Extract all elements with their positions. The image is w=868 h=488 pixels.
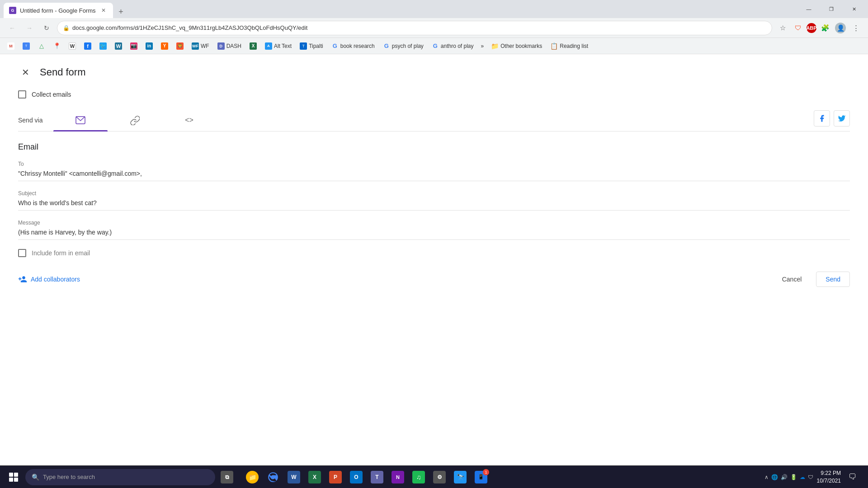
bookmark-anthro-play[interactable]: G anthro of play	[428, 41, 477, 52]
word-icon: W	[288, 471, 300, 483]
taskbar-outlook[interactable]: O	[346, 467, 366, 487]
volume-icon[interactable]: 🔊	[781, 474, 788, 480]
twitter-icon: 🐦	[99, 42, 107, 50]
notification-center-button[interactable]: 🗨	[844, 469, 861, 485]
bookmark-yc[interactable]: Y	[157, 41, 172, 52]
bookmark-gmail[interactable]: M	[4, 41, 18, 52]
outlook-icon: O	[350, 471, 363, 483]
chrome-icon	[267, 471, 279, 483]
bookmark-twitter[interactable]: 🐦	[96, 41, 110, 52]
bookmark-drive[interactable]: △	[34, 41, 49, 52]
extension-brave-icon[interactable]: 🛡	[791, 21, 805, 35]
onedrive-icon: ☁	[800, 474, 805, 480]
brave-icon: 🦁	[176, 42, 184, 50]
bookmark-psych-play[interactable]: G psych of play	[379, 41, 427, 52]
bookmark-dash[interactable]: D DASH	[214, 41, 245, 52]
bookmark-tipalti[interactable]: T Tipalti	[296, 41, 327, 52]
other-bookmarks-folder[interactable]: 📁 Other bookmarks	[487, 41, 546, 52]
extensions-button[interactable]: 🧩	[818, 21, 832, 35]
taskbar-chrome[interactable]	[263, 467, 283, 487]
bookmark-dash-label: DASH	[226, 43, 241, 49]
taskbar-badge-app[interactable]: 📱 1	[471, 467, 491, 487]
send-tab-email[interactable]	[53, 109, 108, 131]
bookmark-wordpress[interactable]: W	[111, 41, 126, 52]
google-icon-1: G	[331, 42, 339, 50]
more-bookmarks-button[interactable]: »	[478, 41, 487, 51]
extension-abp-icon[interactable]: ABP	[807, 23, 816, 33]
network-icon: 🌐	[771, 474, 778, 480]
to-value[interactable]: "Chrissy Montelli" <camontelli@gmail.com…	[18, 170, 850, 181]
profile-button[interactable]: 👤	[834, 21, 847, 35]
subject-field-group: Subject Who is the world's best cat?	[18, 190, 850, 211]
active-tab[interactable]: G Untitled form - Google Forms ✕	[4, 3, 113, 18]
close-button[interactable]: ✕	[844, 2, 864, 16]
collect-emails-checkbox[interactable]	[18, 90, 26, 99]
send-tab-embed[interactable]: <>	[162, 109, 216, 131]
include-form-checkbox[interactable]	[18, 249, 26, 257]
bookmark-book-research[interactable]: G book research	[328, 41, 378, 52]
to-label: To	[18, 161, 850, 167]
clock-date: 10/7/2021	[817, 477, 841, 485]
share-twitter-button[interactable]	[834, 110, 850, 127]
taskbar-misc2[interactable]: 🔭	[450, 467, 470, 487]
dialog-close-button[interactable]: ✕	[18, 65, 33, 80]
reload-button[interactable]: ↻	[40, 21, 53, 35]
taskbar-explorer[interactable]: 📁	[242, 467, 262, 487]
wordpress-icon: W	[115, 42, 122, 50]
back-button[interactable]: ←	[5, 21, 19, 35]
start-button[interactable]	[4, 467, 24, 487]
minimize-button[interactable]: —	[798, 2, 819, 16]
bookmark-excel[interactable]: X	[246, 41, 260, 52]
maximize-button[interactable]: ❐	[821, 2, 842, 16]
bookmark-alttext[interactable]: A Alt Text	[261, 41, 295, 52]
reading-list-button[interactable]: 📋 Reading list	[547, 41, 592, 52]
search-icon: 🔍	[32, 474, 39, 481]
message-label: Message	[18, 220, 850, 226]
send-via-row: Send via <>	[18, 109, 850, 131]
new-tab-button[interactable]: +	[115, 5, 127, 18]
bookmark-translate[interactable]: T	[19, 41, 33, 52]
taskbar-pinned-apps: 📁 W X P O T N ♫ ⚙ 🔭	[242, 467, 491, 487]
taskbar-word[interactable]: W	[284, 467, 304, 487]
bookmark-instagram[interactable]: 📷	[127, 41, 141, 52]
send-button[interactable]: Send	[816, 272, 850, 287]
taskbar-misc1[interactable]: ⚙	[429, 467, 449, 487]
forward-button[interactable]: →	[23, 21, 36, 35]
page-content: ✕ Send form Collect emails Send via	[0, 54, 868, 465]
taskbar-onenote[interactable]: N	[388, 467, 408, 487]
bookmark-wikipedia[interactable]: W	[65, 41, 80, 52]
system-tray: ∧ 🌐 🔊 🔋 ☁ 🛡	[764, 474, 813, 480]
bookmark-brave[interactable]: 🦁	[173, 41, 187, 52]
powerpoint-icon: P	[329, 471, 342, 483]
taskbar-search-placeholder: Type here to search	[43, 474, 95, 480]
taskbar-spotify[interactable]: ♫	[409, 467, 429, 487]
misc2-icon: 🔭	[454, 471, 467, 483]
send-via-label: Send via	[18, 117, 42, 124]
bookmark-star-button[interactable]: ☆	[776, 21, 789, 35]
message-value[interactable]: (His name is Harvey, by the way.)	[18, 229, 850, 240]
subject-value[interactable]: Who is the world's best cat?	[18, 199, 850, 211]
bookmark-facebook[interactable]: f	[80, 41, 95, 52]
add-person-icon	[18, 275, 27, 284]
menu-button[interactable]: ⋮	[849, 21, 863, 35]
taskbar-search[interactable]: 🔍 Type here to search	[25, 469, 215, 485]
teams-icon: T	[371, 471, 383, 483]
yc-icon: Y	[161, 42, 168, 50]
tab-close-button[interactable]: ✕	[99, 6, 108, 14]
send-tab-link[interactable]	[108, 109, 162, 131]
tab-favicon: G	[9, 7, 16, 14]
bookmark-linkedin[interactable]: in	[142, 41, 156, 52]
bookmark-wf[interactable]: WF WF	[188, 41, 213, 52]
taskbar-teams[interactable]: T	[367, 467, 387, 487]
chevron-up-icon[interactable]: ∧	[764, 474, 769, 480]
cancel-button[interactable]: Cancel	[773, 272, 811, 286]
footer-actions: Cancel Send	[773, 272, 850, 287]
add-collaborators-button[interactable]: Add collaborators	[18, 275, 80, 284]
taskbar-excel[interactable]: X	[305, 467, 325, 487]
bookmark-maps[interactable]: 📍	[50, 41, 64, 52]
taskbar-task-view[interactable]: ⧉	[217, 467, 237, 487]
address-bar[interactable]: 🔒 docs.google.com/forms/d/1HZeCJ1ShC_vq_…	[57, 21, 772, 35]
taskbar-powerpoint[interactable]: P	[326, 467, 345, 487]
share-facebook-button[interactable]	[814, 110, 830, 127]
dash-icon: D	[217, 42, 225, 50]
